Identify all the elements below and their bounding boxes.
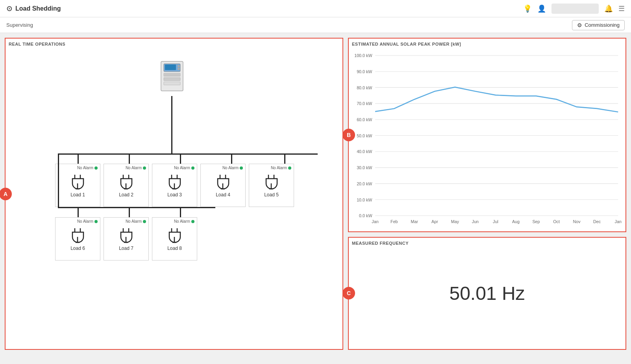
plug-icon-6 xyxy=(69,227,87,244)
svg-rect-3 xyxy=(165,65,176,70)
load7-status: No Alarm xyxy=(126,219,146,224)
bus-h-row2 xyxy=(58,207,215,208)
load1-status-text: No Alarm xyxy=(77,166,93,170)
svg-text:Sep: Sep xyxy=(532,219,540,224)
load7-status-text: No Alarm xyxy=(126,219,142,224)
svg-text:10.0 kW: 10.0 kW xyxy=(357,198,372,202)
load1-name: Load 1 xyxy=(70,192,85,198)
light-icon[interactable]: 💡 xyxy=(523,4,532,13)
load8-status-text: No Alarm xyxy=(174,219,190,224)
svg-text:Jul: Jul xyxy=(493,219,498,224)
frequency-display: 50.01 Hz xyxy=(449,283,525,304)
load2-status-text: No Alarm xyxy=(126,166,142,170)
plug-icon-7 xyxy=(118,227,135,244)
load4-status-text: No Alarm xyxy=(222,166,239,170)
diagram-area: No Alarm Load 1 No Alarm xyxy=(9,50,339,344)
load8-status: No Alarm xyxy=(174,219,194,224)
load6-name: Load 6 xyxy=(70,246,85,251)
svg-text:80.0 kW: 80.0 kW xyxy=(357,85,372,90)
load-box-2[interactable]: No Alarm Load 2 xyxy=(104,164,149,207)
app-title: ⊙ Load Shedding xyxy=(6,4,519,13)
bell-icon[interactable]: 🔔 xyxy=(604,4,613,13)
plug-icon-1 xyxy=(69,173,87,190)
svg-text:90.0 kW: 90.0 kW xyxy=(357,69,372,74)
supervising-label: Supervising xyxy=(6,22,33,28)
load1-status-dot xyxy=(94,166,98,170)
load3-status: No Alarm xyxy=(174,166,194,170)
svg-text:Dec: Dec xyxy=(593,219,601,224)
load8-status-dot xyxy=(191,220,194,223)
load6-status: No Alarm xyxy=(77,219,98,224)
load7-name: Load 7 xyxy=(119,246,133,251)
badge-b: B xyxy=(342,129,355,141)
svg-text:May: May xyxy=(451,219,459,224)
svg-text:Mar: Mar xyxy=(411,219,418,224)
load3-name: Load 3 xyxy=(167,192,182,198)
solar-chart: 100.0 kW 90.0 kW 80.0 kW 70.0 kW 60.0 kW… xyxy=(352,50,622,227)
conn-row2-v xyxy=(58,153,59,207)
left-panel-label: REAL TIME OPERATIONS xyxy=(9,42,339,46)
plug-icon-2 xyxy=(118,173,135,190)
svg-text:Jun: Jun xyxy=(472,219,479,224)
chart-panel-label: ESTIMATED ANNUAL SOLAR PEAK POWER [kW] xyxy=(352,42,622,46)
plug-icon-3 xyxy=(166,173,183,190)
svg-text:30.0 kW: 30.0 kW xyxy=(357,165,372,170)
user-icon[interactable]: 👤 xyxy=(537,4,546,13)
load-box-7[interactable]: No Alarm Load 7 xyxy=(104,217,149,261)
load8-name: Load 8 xyxy=(167,246,182,251)
title-text: Load Shedding xyxy=(15,5,61,12)
subbar: Supervising ⚙ Commissioning xyxy=(0,17,631,33)
menu-icon[interactable]: ☰ xyxy=(618,4,625,13)
plug-icon-5 xyxy=(263,173,280,190)
load1-status: No Alarm xyxy=(77,166,98,170)
commissioning-label: Commissioning xyxy=(585,22,620,28)
load7-status-dot xyxy=(143,220,146,223)
svg-point-4 xyxy=(178,65,180,67)
load3-status-text: No Alarm xyxy=(174,166,190,170)
load4-status-dot xyxy=(240,166,243,170)
svg-point-5 xyxy=(178,68,180,70)
load-box-4[interactable]: No Alarm Load 4 xyxy=(200,164,246,207)
chart-area: 100.0 kW 90.0 kW 80.0 kW 70.0 kW 60.0 kW… xyxy=(352,50,622,227)
left-panel: A REAL TIME OPERATIONS xyxy=(5,38,343,350)
topbar: ⊙ Load Shedding 💡 👤 🔔 ☰ xyxy=(0,0,631,17)
bus-h-row1 xyxy=(58,153,318,155)
svg-text:40.0 kW: 40.0 kW xyxy=(357,149,372,154)
main-content: A REAL TIME OPERATIONS xyxy=(0,33,631,355)
load-box-1[interactable]: No Alarm Load 1 xyxy=(55,164,100,207)
svg-text:0.0 kW: 0.0 kW xyxy=(359,213,372,218)
svg-text:Nov: Nov xyxy=(573,219,581,224)
svg-rect-8 xyxy=(164,82,180,85)
server-icon xyxy=(158,61,186,94)
commissioning-button[interactable]: ⚙ Commissioning xyxy=(572,20,625,30)
load5-name: Load 5 xyxy=(264,192,279,198)
svg-text:Aug: Aug xyxy=(512,219,520,224)
load5-status: No Alarm xyxy=(271,166,291,170)
svg-text:Apr: Apr xyxy=(431,219,438,224)
right-panels: B ESTIMATED ANNUAL SOLAR PEAK POWER [kW]… xyxy=(348,38,626,350)
load4-status: No Alarm xyxy=(222,166,243,170)
load4-name: Load 4 xyxy=(216,192,230,198)
svg-text:Jan: Jan xyxy=(615,219,622,224)
svg-text:Jan: Jan xyxy=(372,219,378,224)
load6-status-dot xyxy=(94,220,98,223)
load-box-3[interactable]: No Alarm Load 3 xyxy=(152,164,197,207)
home-icon[interactable]: ⊙ xyxy=(6,4,12,13)
load6-status-text: No Alarm xyxy=(77,219,93,224)
load2-name: Load 2 xyxy=(119,192,133,198)
load-box-6[interactable]: No Alarm Load 6 xyxy=(55,217,100,261)
load3-status-dot xyxy=(191,166,194,170)
load5-status-dot xyxy=(288,166,291,170)
user-bar[interactable] xyxy=(551,4,599,14)
loads-row-1: No Alarm Load 1 No Alarm xyxy=(55,164,294,207)
load-box-5[interactable]: No Alarm Load 5 xyxy=(249,164,294,207)
svg-text:20.0 kW: 20.0 kW xyxy=(357,181,372,186)
plug-icon-4 xyxy=(215,173,232,190)
load2-status-dot xyxy=(143,166,146,170)
svg-text:Feb: Feb xyxy=(390,219,398,224)
server-box xyxy=(154,57,190,97)
loads-row-2: No Alarm Load 6 No Alarm xyxy=(55,217,197,261)
svg-text:60.0 kW: 60.0 kW xyxy=(357,117,372,122)
load-box-8[interactable]: No Alarm Load 8 xyxy=(152,217,197,261)
topbar-icons: 💡 👤 🔔 ☰ xyxy=(523,4,625,14)
